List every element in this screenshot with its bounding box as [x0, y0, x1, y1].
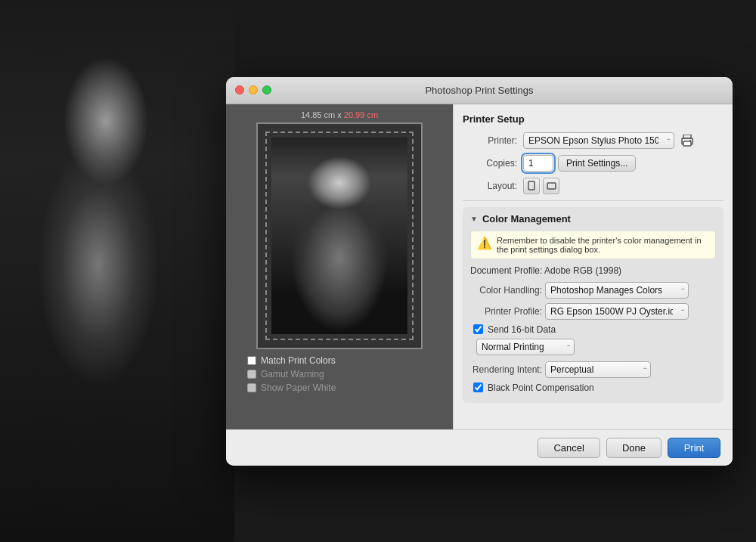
background-image: [0, 0, 234, 542]
rendering-intent-wrapper: Perceptual Relative Colorimetric Saturat…: [545, 361, 651, 378]
printer-select-wrapper: EPSON Epson Stylus Photo 1500: [523, 132, 674, 149]
printer-icon[interactable]: [679, 132, 696, 149]
gamut-warning-checkbox[interactable]: [247, 370, 256, 379]
send-16bit-checkbox[interactable]: [473, 324, 483, 334]
section-divider: [463, 200, 723, 201]
copies-input[interactable]: [523, 155, 553, 172]
settings-panel: Printer Setup Printer: EPSON Epson Stylu…: [453, 104, 733, 429]
size-text: 14.85 cm x: [301, 110, 344, 119]
show-paper-white-row: Show Paper White: [247, 382, 447, 393]
printer-control: EPSON Epson Stylus Photo 1500: [523, 132, 723, 149]
print-settings-dialog: Photoshop Print Settings 14.85 cm x 20.9…: [226, 77, 733, 466]
document-profile-row: Document Profile: Adobe RGB (1998): [470, 265, 716, 276]
dialog-footer: Cancel Done Print: [226, 429, 733, 466]
rendering-intent-label: Rendering Intent:: [470, 364, 542, 375]
done-button[interactable]: Done: [606, 438, 662, 458]
portrait-layout-button[interactable]: [523, 178, 540, 194]
printer-profile-label: Printer Profile:: [470, 306, 542, 317]
warning-text: Remember to disable the printer's color …: [497, 236, 709, 254]
color-management-header: ▼ Color Management: [470, 213, 716, 225]
print-settings-button[interactable]: Print Settings...: [558, 155, 636, 172]
send-16bit-label: Send 16-bit Data: [488, 324, 556, 335]
layout-row: Layout:: [463, 178, 723, 194]
print-button[interactable]: Print: [668, 438, 720, 458]
color-handling-select-wrapper: Photoshop Manages Colors Printer Manages…: [545, 282, 689, 299]
printer-label: Printer:: [463, 135, 523, 146]
printer-select[interactable]: EPSON Epson Stylus Photo 1500: [523, 132, 674, 149]
landscape-layout-button[interactable]: [543, 178, 559, 194]
printer-profile-select[interactable]: RG Epson 1500W PJ Oyster.icc: [545, 303, 689, 320]
preview-frame: [256, 122, 423, 349]
warning-icon: ⚠️: [477, 236, 492, 250]
size-highlight: 20.99 cm: [344, 110, 378, 119]
svg-rect-2: [683, 141, 691, 146]
gamut-warning-row: Gamut Warning: [247, 369, 447, 379]
copies-row: Copies: Print Settings...: [463, 155, 723, 172]
svg-rect-1: [683, 135, 691, 138]
color-management-warning: ⚠️ Remember to disable the printer's col…: [470, 231, 716, 259]
document-profile-label: Document Profile:: [470, 265, 544, 276]
minimize-button[interactable]: [249, 85, 258, 94]
svg-point-3: [689, 140, 691, 141]
normal-printing-select[interactable]: Normal Printing Hard Proofing: [476, 339, 575, 355]
rendering-intent-row: Rendering Intent: Perceptual Relative Co…: [470, 361, 716, 378]
black-point-label: Black Point Compensation: [488, 382, 594, 393]
svg-rect-5: [547, 183, 556, 189]
copies-control: Print Settings...: [523, 155, 723, 172]
normal-printing-row: Normal Printing Hard Proofing: [473, 339, 716, 355]
color-management-section: ▼ Color Management ⚠️ Remember to disabl…: [463, 207, 723, 403]
color-handling-label: Color Handling:: [470, 285, 542, 296]
layout-label: Layout:: [463, 181, 523, 191]
layout-control: [523, 178, 723, 194]
show-paper-white-label: Show Paper White: [261, 382, 336, 393]
layout-icons: [523, 178, 559, 194]
document-profile-value: Adobe RGB (1998): [544, 265, 621, 276]
maximize-button[interactable]: [262, 85, 271, 94]
dialog-body: 14.85 cm x 20.99 cm Match Print Colors G…: [226, 104, 733, 429]
printer-setup-title: Printer Setup: [463, 113, 723, 125]
printer-profile-row: Printer Profile: RG Epson 1500W PJ Oyste…: [470, 303, 716, 320]
collapse-arrow-icon[interactable]: ▼: [470, 215, 478, 223]
match-print-colors-checkbox[interactable]: [247, 356, 256, 365]
normal-printing-wrapper: Normal Printing Hard Proofing: [473, 339, 575, 355]
color-handling-row: Color Handling: Photoshop Manages Colors…: [470, 282, 716, 299]
performer-image: [0, 0, 234, 542]
copies-label: Copies:: [463, 158, 523, 169]
color-management-title: Color Management: [482, 213, 571, 225]
cancel-button[interactable]: Cancel: [538, 438, 600, 458]
printer-row: Printer: EPSON Epson Stylus Photo 1500: [463, 132, 723, 149]
preview-size-label: 14.85 cm x 20.99 cm: [301, 110, 378, 119]
rendering-intent-select[interactable]: Perceptual Relative Colorimetric Saturat…: [545, 361, 651, 378]
printer-profile-select-wrapper: RG Epson 1500W PJ Oyster.icc: [545, 303, 689, 320]
gamut-warning-label: Gamut Warning: [261, 369, 324, 379]
traffic-lights: [235, 85, 271, 94]
dialog-title: Photoshop Print Settings: [425, 85, 533, 96]
preview-photo: [271, 138, 407, 334]
black-point-row: Black Point Compensation: [473, 382, 716, 393]
show-paper-white-checkbox[interactable]: [247, 383, 256, 392]
svg-rect-4: [528, 181, 534, 190]
preview-panel: 14.85 cm x 20.99 cm Match Print Colors G…: [226, 104, 453, 429]
close-button[interactable]: [235, 85, 244, 94]
match-print-colors-label: Match Print Colors: [261, 355, 336, 366]
match-print-colors-row: Match Print Colors: [247, 355, 447, 366]
color-handling-select[interactable]: Photoshop Manages Colors Printer Manages…: [545, 282, 689, 299]
send-16bit-row: Send 16-bit Data: [473, 324, 716, 335]
black-point-checkbox[interactable]: [473, 382, 483, 392]
preview-photo-inner: [271, 138, 407, 334]
preview-checkboxes: Match Print Colors Gamut Warning Show Pa…: [232, 355, 447, 393]
title-bar: Photoshop Print Settings: [226, 77, 733, 104]
